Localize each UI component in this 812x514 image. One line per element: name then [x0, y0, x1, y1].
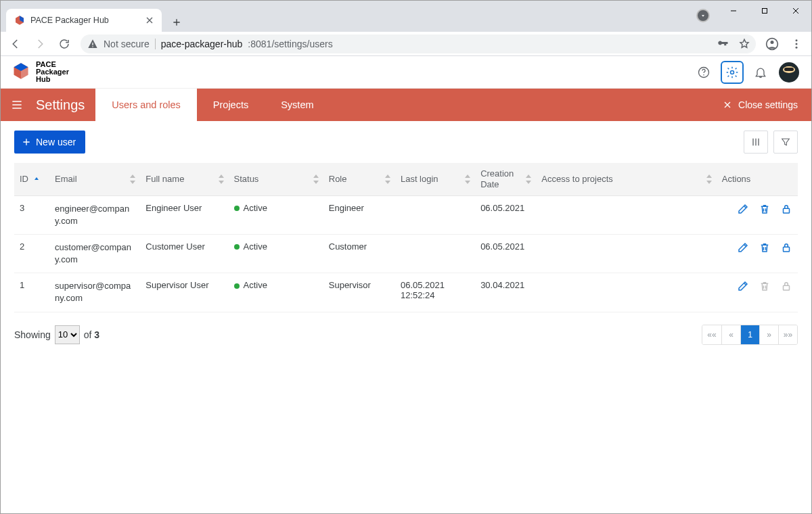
address-bar[interactable]: Not secure pace-packager-hub:8081/settin…: [81, 34, 756, 53]
profile-icon[interactable]: [761, 33, 783, 55]
cell-status: Active: [229, 234, 323, 273]
browser-tab[interactable]: PACE Packager Hub: [6, 9, 162, 32]
close-icon: [722, 99, 733, 110]
col-header-status[interactable]: Status: [229, 163, 323, 195]
tab-search-icon[interactable]: [696, 9, 710, 22]
window-controls: [718, 1, 811, 21]
browser-toolbar: Not secure pace-packager-hub:8081/settin…: [1, 32, 811, 56]
col-header-full-name[interactable]: Full name: [140, 163, 228, 195]
cell-actions: [717, 273, 798, 312]
page-size-select[interactable]: 10: [55, 325, 80, 344]
cell-created: 06.05.2021: [475, 234, 536, 273]
pager-prev[interactable]: «: [721, 325, 740, 344]
cell-created: 06.05.2021: [475, 195, 536, 234]
app-logo[interactable]: PACE Packager Hub: [12, 61, 69, 83]
col-header-id[interactable]: ID: [14, 163, 49, 195]
menu-icon[interactable]: [1, 89, 33, 121]
edit-icon[interactable]: [737, 280, 749, 292]
tab-projects[interactable]: Projects: [197, 89, 265, 121]
not-secure-label: Not secure: [104, 39, 150, 49]
tab-system[interactable]: System: [265, 89, 330, 121]
pager-last[interactable]: »»: [778, 325, 797, 344]
new-tab-button[interactable]: [167, 13, 186, 32]
col-header-actions: Actions: [717, 163, 798, 195]
delete-icon[interactable]: [759, 280, 771, 292]
cell-actions: [717, 234, 798, 273]
sort-icon: [384, 174, 391, 184]
pager-next[interactable]: »: [759, 325, 778, 344]
pager-current[interactable]: 1: [740, 325, 759, 344]
new-user-button[interactable]: New user: [14, 131, 85, 154]
lock-icon[interactable]: [780, 241, 792, 254]
cell-created: 30.04.2021: [475, 273, 536, 312]
of-label: of: [84, 329, 92, 340]
gear-icon[interactable]: [721, 61, 744, 84]
back-button[interactable]: [5, 33, 26, 55]
svg-point-7: [796, 46, 798, 48]
cell-role: Customer: [323, 234, 395, 273]
delete-icon[interactable]: [759, 241, 771, 254]
cell-last-login: [395, 234, 475, 273]
kebab-menu-icon[interactable]: [786, 33, 807, 55]
col-header-email[interactable]: Email: [49, 163, 140, 195]
help-icon[interactable]: [692, 61, 715, 84]
not-secure-icon: [87, 39, 98, 49]
svg-point-4: [771, 41, 774, 44]
cell-full-name: Supervisor User: [140, 273, 228, 312]
table-row: 1supervisor@company.comSupervisor UserAc…: [14, 273, 798, 312]
sort-icon: [706, 174, 713, 184]
content-toolbar: New user: [14, 131, 798, 154]
col-header-creation-date[interactable]: Creation Date: [475, 163, 536, 195]
reload-button[interactable]: [53, 33, 75, 55]
svg-rect-11: [784, 208, 790, 213]
pager: «« « 1 » »»: [702, 325, 798, 345]
tab-users-and-roles[interactable]: Users and roles: [95, 89, 197, 121]
avatar[interactable]: [777, 61, 800, 84]
cell-last-login: [395, 195, 475, 234]
delete-icon[interactable]: [759, 203, 771, 215]
settings-bar: Settings Users and roles Projects System…: [1, 89, 811, 121]
cell-actions: [717, 195, 798, 234]
key-icon[interactable]: [717, 38, 729, 50]
sort-asc-icon: [32, 175, 41, 183]
pager-first[interactable]: ««: [702, 325, 721, 344]
cube-icon: [12, 62, 30, 83]
close-window-button[interactable]: [780, 1, 811, 21]
bell-icon[interactable]: [749, 61, 772, 84]
close-icon[interactable]: [144, 15, 155, 26]
col-header-role[interactable]: Role: [323, 163, 395, 195]
status-dot-icon: [234, 244, 240, 250]
edit-icon[interactable]: [737, 203, 749, 215]
browser-tab-title: PACE Packager Hub: [30, 16, 139, 25]
lock-icon[interactable]: [780, 280, 792, 292]
cell-email: engineer@company.com: [49, 195, 140, 234]
table-footer: Showing 10 of 3 «« « 1 » »»: [14, 325, 798, 345]
star-icon[interactable]: [738, 38, 750, 50]
col-header-last-login[interactable]: Last login: [395, 163, 475, 195]
filter-button[interactable]: [773, 131, 798, 154]
forward-button[interactable]: [29, 33, 51, 55]
svg-point-9: [703, 74, 704, 75]
cell-role: Supervisor: [323, 273, 395, 312]
plus-icon: [21, 137, 32, 147]
columns-button[interactable]: [744, 131, 768, 154]
app-logo-text: PACE Packager Hub: [36, 61, 69, 83]
col-header-access[interactable]: Access to projects: [536, 163, 716, 195]
cell-id: 2: [14, 234, 49, 273]
table-row: 3engineer@company.comEngineer UserActive…: [14, 195, 798, 234]
sort-icon: [129, 174, 136, 184]
edit-icon[interactable]: [737, 241, 749, 254]
sort-icon: [464, 174, 471, 184]
sort-icon: [313, 174, 319, 184]
settings-title: Settings: [33, 89, 95, 121]
maximize-button[interactable]: [749, 1, 780, 21]
url-host: pace-packager-hub: [161, 39, 243, 49]
minimize-button[interactable]: [718, 1, 749, 21]
svg-point-5: [796, 39, 798, 41]
cell-role: Engineer: [323, 195, 395, 234]
close-settings-label: Close settings: [738, 99, 798, 110]
close-settings-button[interactable]: Close settings: [708, 89, 811, 121]
cell-full-name: Engineer User: [140, 195, 228, 234]
cell-email: customer@company.com: [49, 234, 140, 273]
lock-icon[interactable]: [780, 203, 792, 215]
